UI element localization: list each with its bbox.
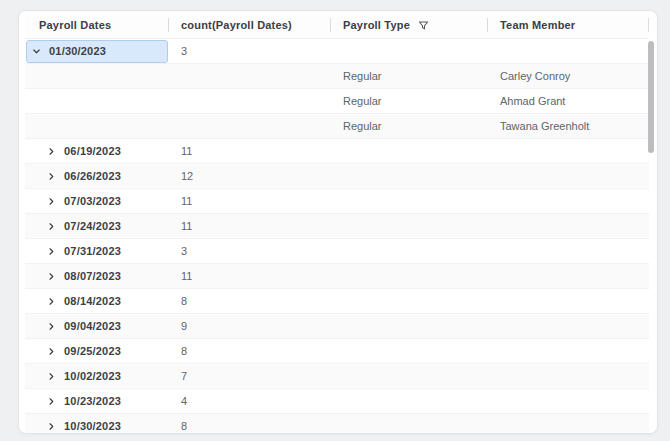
team-member-cell: Carley Conroy	[488, 64, 649, 88]
table-row-group[interactable]: 08/14/2023 8	[25, 289, 649, 314]
column-header-count[interactable]: count(Payroll Dates)	[169, 11, 331, 38]
column-header-label: Team Member	[500, 19, 575, 31]
payroll-date: 07/24/2023	[64, 214, 121, 238]
table-row-group[interactable]: 10/23/2023 4	[25, 389, 649, 414]
payroll-date: 10/30/2023	[64, 414, 121, 434]
payroll-date: 09/04/2023	[64, 314, 121, 338]
vertical-scrollbar[interactable]	[647, 40, 655, 430]
table-row-group[interactable]: 06/26/2023 12	[25, 164, 649, 189]
payroll-date: 06/26/2023	[64, 164, 121, 188]
payroll-date: 10/02/2023	[64, 364, 121, 388]
table-row-detail[interactable]: Regular Tawana Greenholt	[25, 114, 649, 139]
payroll-date: 06/19/2023	[64, 139, 121, 163]
count-cell: 8	[169, 414, 331, 434]
table-row-group[interactable]: 10/30/2023 8	[25, 414, 649, 434]
table-header-row: Payroll Dates count(Payroll Dates) Payro…	[25, 11, 649, 39]
scrollbar-thumb[interactable]	[648, 41, 654, 153]
table-row-group[interactable]: 07/24/2023 11	[25, 214, 649, 239]
count-cell: 11	[169, 264, 331, 288]
chevron-right-icon[interactable]	[47, 197, 56, 206]
table-row-group[interactable]: 07/03/2023 11	[25, 189, 649, 214]
table-row-group[interactable]: 07/31/2023 3	[25, 239, 649, 264]
team-member-cell: Ahmad Grant	[488, 89, 649, 113]
chevron-right-icon[interactable]	[47, 322, 56, 331]
table-row-group[interactable]: 10/02/2023 7	[25, 364, 649, 389]
count-cell: 4	[169, 389, 331, 413]
column-header-payroll-type[interactable]: Payroll Type	[331, 11, 488, 38]
chevron-down-icon[interactable]	[32, 47, 41, 56]
payroll-date: 07/03/2023	[64, 189, 121, 213]
payroll-date: 08/14/2023	[64, 289, 121, 313]
chevron-right-icon[interactable]	[47, 172, 56, 181]
table-row-detail[interactable]: Regular Ahmad Grant	[25, 89, 649, 114]
count-cell: 11	[169, 189, 331, 213]
funnel-filter-icon[interactable]	[418, 20, 429, 31]
payroll-date: 07/31/2023	[64, 239, 121, 263]
count-cell: 8	[169, 289, 331, 313]
count-cell: 11	[169, 139, 331, 163]
chevron-right-icon[interactable]	[47, 347, 56, 356]
column-header-label: count(Payroll Dates)	[181, 19, 292, 31]
chevron-right-icon[interactable]	[47, 372, 56, 381]
payroll-date: 09/25/2023	[64, 339, 121, 363]
column-header-label: Payroll Type	[343, 19, 410, 31]
payroll-type-cell: Regular	[331, 89, 488, 113]
table-row-group-expanded[interactable]: 01/30/2023 3	[25, 39, 649, 64]
table-row-detail[interactable]: Regular Carley Conroy	[25, 64, 649, 89]
count-cell: 11	[169, 214, 331, 238]
count-cell: 8	[169, 339, 331, 363]
table-row-group[interactable]: 09/25/2023 8	[25, 339, 649, 364]
table-row-group[interactable]: 09/04/2023 9	[25, 314, 649, 339]
column-header-team-member[interactable]: Team Member	[488, 11, 649, 38]
chevron-right-icon[interactable]	[47, 247, 56, 256]
chevron-right-icon[interactable]	[47, 147, 56, 156]
table-row-group[interactable]: 08/07/2023 11	[25, 264, 649, 289]
chevron-right-icon[interactable]	[47, 222, 56, 231]
count-cell: 3	[169, 39, 331, 63]
payroll-date: 10/23/2023	[64, 389, 121, 413]
table-row-group[interactable]: 06/19/2023 11	[25, 139, 649, 164]
data-table-card: Payroll Dates count(Payroll Dates) Payro…	[18, 10, 658, 434]
payroll-table: Payroll Dates count(Payroll Dates) Payro…	[25, 11, 649, 434]
column-header-label: Payroll Dates	[39, 19, 111, 31]
count-cell: 3	[169, 239, 331, 263]
count-cell: 7	[169, 364, 331, 388]
selected-date-cell[interactable]: 01/30/2023	[26, 40, 168, 63]
payroll-date: 01/30/2023	[49, 39, 106, 63]
chevron-right-icon[interactable]	[47, 297, 56, 306]
count-cell: 12	[169, 164, 331, 188]
chevron-right-icon[interactable]	[47, 397, 56, 406]
chevron-right-icon[interactable]	[47, 422, 56, 431]
count-cell: 9	[169, 314, 331, 338]
column-header-payroll-dates[interactable]: Payroll Dates	[25, 11, 169, 38]
team-member-cell: Tawana Greenholt	[488, 114, 649, 138]
chevron-right-icon[interactable]	[47, 272, 56, 281]
payroll-type-cell: Regular	[331, 64, 488, 88]
payroll-type-cell: Regular	[331, 114, 488, 138]
payroll-date: 08/07/2023	[64, 264, 121, 288]
